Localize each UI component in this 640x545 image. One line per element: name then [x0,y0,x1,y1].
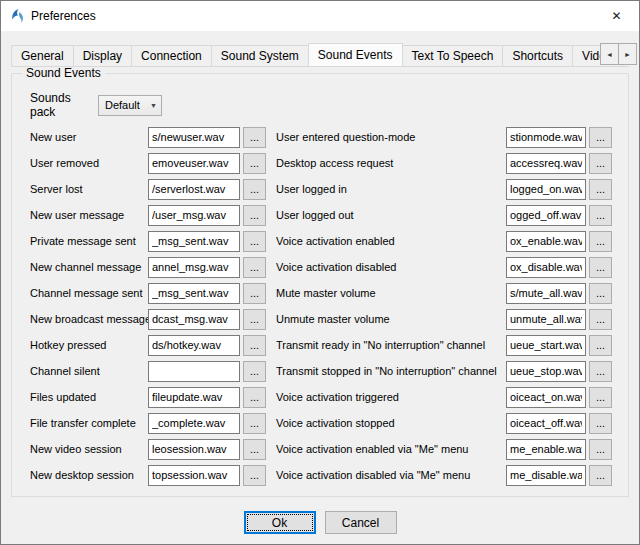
browse-button[interactable]: ... [243,387,266,408]
sound-file-input[interactable] [148,309,240,330]
browse-button[interactable]: ... [589,465,612,486]
browse-button[interactable]: ... [589,179,612,200]
sound-event-row: Private message sent...Voice activation … [30,228,622,254]
sound-event-label: Desktop access request [276,157,506,169]
sound-file-input[interactable] [506,231,586,252]
sound-event-row: New broadcast message...Unmute master vo… [30,306,622,332]
browse-button[interactable]: ... [243,309,266,330]
sound-file-input[interactable] [148,387,240,408]
sound-event-row: Channel message sent...Mute master volum… [30,280,622,306]
sound-file-input[interactable] [506,153,586,174]
sound-event-row: Server lost...User logged in... [30,176,622,202]
window-title: Preferences [31,9,594,23]
sound-file-input[interactable] [506,413,586,434]
preferences-window: Preferences ✕ GeneralDisplayConnectionSo… [0,0,640,545]
sound-file-input[interactable] [148,283,240,304]
sound-event-label: User logged in [276,183,506,195]
browse-button[interactable]: ... [589,309,612,330]
sound-file-input[interactable] [148,413,240,434]
sounds-pack-row: Sounds pack Default ▼ [30,94,622,116]
sound-file-input[interactable] [148,231,240,252]
sound-event-label: Private message sent [30,235,148,247]
browse-button[interactable]: ... [589,257,612,278]
sound-file-input[interactable] [148,127,240,148]
browse-button[interactable]: ... [589,439,612,460]
browse-button[interactable]: ... [243,257,266,278]
sound-file-input[interactable] [506,361,586,382]
sound-event-row: File transfer complete...Voice activatio… [30,410,622,436]
sound-file-input[interactable] [506,205,586,226]
browse-button[interactable]: ... [589,283,612,304]
browse-button[interactable]: ... [243,335,266,356]
ok-button[interactable]: Ok [244,511,316,534]
browse-button[interactable]: ... [589,413,612,434]
tab-text-to-speech[interactable]: Text To Speech [402,45,504,66]
sound-event-label: Transmit ready in "No interruption" chan… [276,339,506,351]
browse-button[interactable]: ... [589,335,612,356]
browse-button[interactable]: ... [243,413,266,434]
sound-file-input[interactable] [148,335,240,356]
browse-button[interactable]: ... [243,153,266,174]
sound-event-label: Channel silent [30,365,148,377]
sound-file-input[interactable] [506,465,586,486]
browse-button[interactable]: ... [243,361,266,382]
sound-events-groupbox: Sound Events Sounds pack Default ▼ New u… [11,73,629,497]
browse-button[interactable]: ... [589,387,612,408]
browse-button[interactable]: ... [243,179,266,200]
sound-event-label: Voice activation disabled via "Me" menu [276,469,506,481]
sound-file-input[interactable] [148,465,240,486]
browse-button[interactable]: ... [243,439,266,460]
tab-connection[interactable]: Connection [131,45,212,66]
browse-button[interactable]: ... [243,465,266,486]
sound-event-row: New user...User entered question-mode... [30,124,622,150]
cancel-button[interactable]: Cancel [325,511,397,534]
sound-event-label: Voice activation stopped [276,417,506,429]
sound-file-input[interactable] [506,283,586,304]
sound-event-label: Mute master volume [276,287,506,299]
browse-button[interactable]: ... [243,283,266,304]
sound-file-input[interactable] [148,257,240,278]
tab-scroll-left-button[interactable]: ◄ [600,43,619,65]
tab-sound-system[interactable]: Sound System [211,45,309,66]
sound-events-grid: New user...User entered question-mode...… [30,124,622,488]
sound-file-input[interactable] [148,361,240,382]
sound-file-input[interactable] [506,309,586,330]
tab-scroll-right-button[interactable]: ► [618,43,637,65]
close-button[interactable]: ✕ [594,1,639,31]
browse-button[interactable]: ... [589,153,612,174]
browse-button[interactable]: ... [589,127,612,148]
sound-file-input[interactable] [506,335,586,356]
tab-sound-events[interactable]: Sound Events [308,43,403,66]
sound-file-input[interactable] [148,205,240,226]
sound-event-label: New user message [30,209,148,221]
tab-display[interactable]: Display [73,45,132,66]
sound-event-label: Voice activation enabled [276,235,506,247]
sound-event-label: New user [30,131,148,143]
sound-file-input[interactable] [506,439,586,460]
sound-event-row: New video session...Voice activation ena… [30,436,622,462]
sound-event-label: User entered question-mode [276,131,506,143]
sound-file-input[interactable] [148,179,240,200]
browse-button[interactable]: ... [243,205,266,226]
browse-button[interactable]: ... [243,127,266,148]
sounds-pack-selected-value: Default [105,99,140,111]
tab-pane-border [11,66,629,67]
tab-shortcuts[interactable]: Shortcuts [502,45,573,66]
sound-file-input[interactable] [506,387,586,408]
sound-file-input[interactable] [148,153,240,174]
sounds-pack-select[interactable]: Default ▼ [98,95,162,116]
browse-button[interactable]: ... [243,231,266,252]
sound-file-input[interactable] [148,439,240,460]
browse-button[interactable]: ... [589,361,612,382]
sound-event-row: Channel silent...Transmit stopped in "No… [30,358,622,384]
browse-button[interactable]: ... [589,205,612,226]
sound-file-input[interactable] [506,257,586,278]
sound-event-label: Transmit stopped in "No interruption" ch… [276,365,506,377]
sound-file-input[interactable] [506,179,586,200]
sound-event-label: Voice activation triggered [276,391,506,403]
tab-general[interactable]: General [11,45,74,66]
tab-strip: GeneralDisplayConnectionSound SystemSoun… [1,43,639,66]
sound-file-input[interactable] [506,127,586,148]
browse-button[interactable]: ... [589,231,612,252]
sound-event-row: New user message...User logged out... [30,202,622,228]
